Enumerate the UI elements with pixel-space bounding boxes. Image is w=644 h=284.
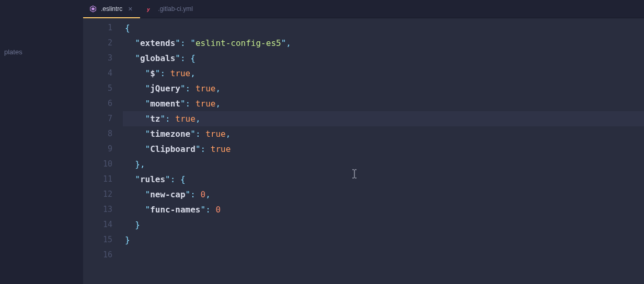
yaml-icon: y <box>146 5 154 13</box>
code-line: "new-cap": 0, <box>123 187 644 202</box>
line-number: 9 <box>83 141 112 157</box>
code-line <box>123 247 644 263</box>
line-number: 15 <box>83 232 112 247</box>
code-line: } <box>123 217 644 232</box>
code-line: "globals": { <box>123 51 644 66</box>
code-line: "rules": { <box>123 172 644 187</box>
code-line: } <box>123 232 644 247</box>
eslint-icon <box>89 5 97 13</box>
line-number: 10 <box>83 157 112 172</box>
line-number: 14 <box>83 217 112 232</box>
line-gutter: 1 2 3 4 5 6 7 8 9 10 11 12 13 14 15 16 <box>83 18 123 284</box>
code-line: "timezone": true, <box>123 126 644 141</box>
sidebar: plates <box>0 0 83 284</box>
close-icon[interactable]: × <box>126 5 134 13</box>
line-number: 4 <box>83 66 112 81</box>
tab-bar: .eslintrc × y .gitlab-ci.yml <box>83 0 644 18</box>
line-number: 6 <box>83 96 112 111</box>
code-line: "$": true, <box>123 66 644 81</box>
line-number: 12 <box>83 187 112 202</box>
line-number: 7 <box>83 111 112 126</box>
code-line: "tz": true, <box>123 111 644 126</box>
sidebar-item-templates[interactable]: plates <box>0 46 83 58</box>
line-number: 2 <box>83 36 112 51</box>
tab-eslintrc[interactable]: .eslintrc × <box>83 0 140 18</box>
code-area[interactable]: { "extends": "eslint-config-es5", "globa… <box>123 18 644 284</box>
line-number: 5 <box>83 81 112 96</box>
tab-label: .gitlab-ci.yml <box>158 5 193 13</box>
code-line: "moment": true, <box>123 96 644 111</box>
tab-label: .eslintrc <box>101 5 122 13</box>
code-editor[interactable]: 1 2 3 4 5 6 7 8 9 10 11 12 13 14 15 16 {… <box>83 18 644 284</box>
code-line: "Clipboard": true <box>123 141 644 157</box>
code-line: { <box>123 20 644 36</box>
code-line: }, <box>123 157 644 172</box>
code-line: "extends": "eslint-config-es5", <box>123 36 644 51</box>
svg-marker-1 <box>91 7 95 10</box>
code-line: "func-names": 0 <box>123 202 644 217</box>
code-line: "jQuery": true, <box>123 81 644 96</box>
line-number: 11 <box>83 172 112 187</box>
svg-text:y: y <box>147 7 151 12</box>
tab-gitlab-ci[interactable]: y .gitlab-ci.yml <box>140 0 199 18</box>
line-number: 1 <box>83 20 112 36</box>
editor-pane: .eslintrc × y .gitlab-ci.yml 1 2 3 4 5 6… <box>83 0 644 284</box>
line-number: 8 <box>83 126 112 141</box>
line-number: 3 <box>83 51 112 66</box>
line-number: 13 <box>83 202 112 217</box>
line-number: 16 <box>83 247 112 263</box>
